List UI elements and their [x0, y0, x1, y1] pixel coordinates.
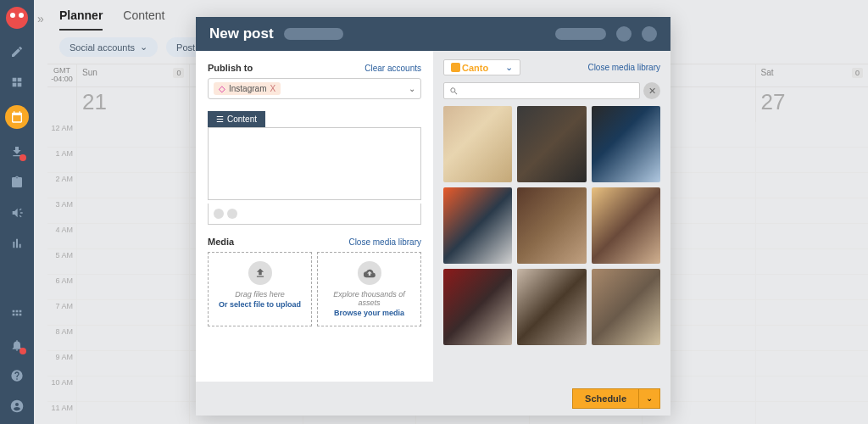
textarea-toolbar — [208, 204, 421, 225]
upload-box[interactable]: Drag files here Or select file to upload — [208, 252, 312, 326]
logo-hootsuite — [6, 7, 28, 29]
media-thumb[interactable] — [443, 106, 512, 182]
content-tab[interactable]: ☰Content — [208, 111, 265, 127]
tab-content[interactable]: Content — [123, 8, 164, 31]
clear-accounts-link[interactable]: Clear accounts — [364, 64, 421, 73]
media-thumb[interactable] — [592, 187, 660, 264]
search-input[interactable] — [443, 82, 640, 99]
date-21: 21 — [76, 87, 189, 122]
sidebar — [0, 0, 34, 424]
account-chip-instagram: ◇ Instagram X — [214, 82, 281, 95]
filter-social-accounts[interactable]: Social accounts⌄ — [59, 37, 158, 57]
media-thumb[interactable] — [517, 269, 586, 345]
cloud-icon — [358, 261, 381, 285]
modal-title: New post — [209, 25, 274, 42]
calendar-icon[interactable] — [5, 105, 29, 129]
new-post-modal: New post Publish to Clear accounts ◇ Ins… — [196, 17, 670, 416]
upload-icon — [248, 261, 272, 285]
avatar-icon[interactable] — [9, 399, 25, 414]
day-sun: Sun0 — [76, 64, 189, 86]
media-thumb[interactable] — [517, 106, 586, 182]
modal-header: New post — [196, 17, 670, 51]
chevron-down-icon: ⌄ — [140, 42, 147, 53]
bell-icon[interactable] — [9, 338, 25, 353]
timezone: GMT-04:00 — [47, 64, 76, 86]
close-media-library-link[interactable]: Close media library — [587, 63, 660, 72]
chevron-down-icon[interactable]: ⌄ — [638, 389, 659, 408]
media-thumb[interactable] — [443, 187, 512, 264]
media-thumb[interactable] — [443, 269, 512, 345]
media-thumb[interactable] — [592, 269, 660, 345]
day-sat: Sat0 — [755, 64, 868, 86]
analytics-icon[interactable] — [9, 236, 25, 251]
publish-to-label: Publish to — [208, 63, 253, 73]
grid-icon[interactable] — [9, 75, 25, 90]
tab-planner[interactable]: Planner — [59, 8, 103, 31]
media-thumb[interactable] — [592, 106, 660, 182]
remove-account-icon[interactable]: X — [270, 84, 275, 93]
account-select[interactable]: ◇ Instagram X ⌄ — [208, 78, 421, 99]
schedule-button[interactable]: Schedule ⌄ — [572, 388, 660, 409]
help-icon[interactable] — [9, 368, 25, 383]
browse-box[interactable]: Explore thousands of assets Browse your … — [317, 252, 421, 326]
post-textarea[interactable] — [208, 127, 421, 200]
clipboard-icon[interactable] — [9, 175, 25, 190]
media-library: Canto ⌄ Close media library ✕ — [433, 51, 670, 382]
media-thumb[interactable] — [517, 187, 586, 264]
date-27: 27 — [755, 87, 868, 122]
chevron-down-icon: ⌄ — [409, 84, 415, 93]
apps-icon[interactable] — [9, 307, 25, 322]
megaphone-icon[interactable] — [9, 205, 25, 220]
canto-dropdown[interactable]: Canto ⌄ — [443, 59, 520, 75]
search-icon — [449, 86, 459, 96]
compose-icon[interactable] — [9, 44, 25, 59]
close-media-link[interactable]: Close media library — [348, 237, 421, 247]
download-icon[interactable] — [9, 144, 25, 159]
compose-panel: Publish to Clear accounts ◇ Instagram X … — [196, 51, 433, 382]
chevron-down-icon: ⌄ — [505, 62, 513, 73]
media-label: Media — [208, 237, 234, 247]
clear-search-icon[interactable]: ✕ — [643, 82, 660, 99]
collapse-sidebar-icon[interactable]: » — [37, 12, 46, 20]
